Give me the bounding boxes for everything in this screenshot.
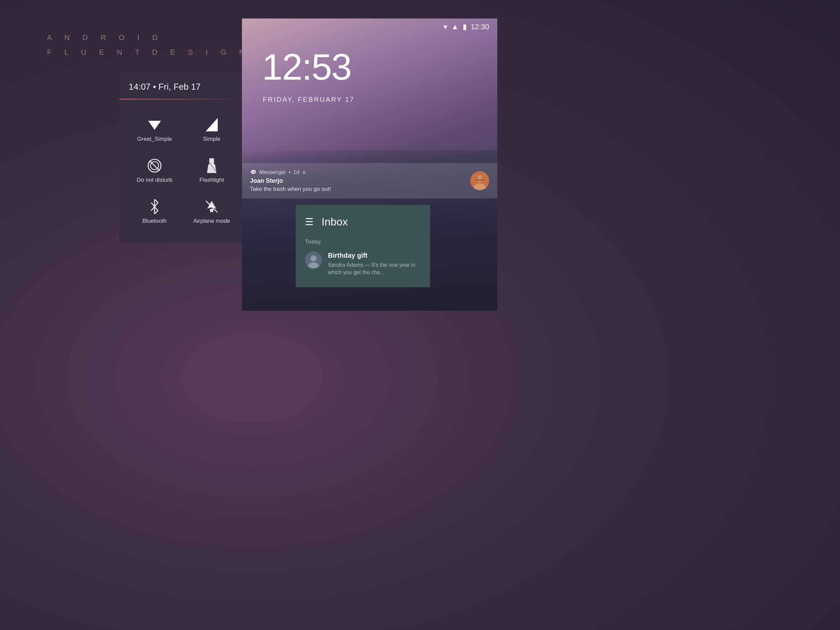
- tile-signal-label: Simple: [203, 136, 220, 142]
- tile-bluetooth-label: Bluetooth: [142, 218, 167, 224]
- tile-wifi-label: Great_Simple: [137, 136, 172, 142]
- inbox-header: ☰ Inbox: [305, 216, 421, 228]
- svg-point-16: [311, 255, 316, 261]
- brand-label: A N D R O I D F L U E N T D E S I G N: [47, 30, 250, 60]
- signal-icon: [205, 118, 219, 132]
- brand-line2: F L U E N T D E S I G N: [47, 45, 250, 60]
- tile-dnd[interactable]: Do not disturb: [126, 150, 183, 191]
- brand-line1: A N D R O I D: [47, 30, 250, 45]
- flashlight-icon: [205, 159, 219, 173]
- dnd-icon: [147, 159, 162, 173]
- notification-panel: 14:07 • Fri, Feb 17 Great_Simple Simple: [119, 72, 247, 243]
- lock-date: FRIDAY, FEBRUARY 17: [263, 96, 354, 104]
- airplane-icon: [205, 200, 219, 214]
- svg-marker-0: [148, 121, 161, 130]
- battery-icon: ▮: [463, 22, 467, 31]
- messenger-notification[interactable]: 💬 Messenger • 1d ∨ Joan Sterjo Take the …: [242, 163, 497, 199]
- messenger-app-name: Messenger: [259, 169, 286, 175]
- inbox-item-content: Birthday gift Sandra Adams — It's the on…: [328, 252, 421, 276]
- svg-marker-1: [205, 118, 218, 131]
- tile-airplane-label: Airplane mode: [193, 218, 230, 224]
- lock-time: 12:53: [262, 45, 351, 88]
- messenger-separator: •: [289, 169, 291, 175]
- lock-status-bar: ▾ ▲ ▮ 12:30: [242, 19, 497, 35]
- inbox-avatar: [305, 252, 322, 268]
- messenger-message: Take the trash when you go out!: [250, 186, 465, 193]
- signal-status-icon: ▲: [451, 22, 459, 31]
- quick-tiles: Great_Simple Simple Do not disturb: [119, 99, 247, 243]
- notif-datetime: 14:07 • Fri, Feb 17: [119, 72, 247, 92]
- messenger-age: 1d: [293, 169, 299, 175]
- tile-wifi[interactable]: Great_Simple: [126, 109, 183, 150]
- tile-flashlight[interactable]: Flashlight: [183, 150, 240, 191]
- inbox-title: Inbox: [322, 216, 348, 228]
- tile-airplane[interactable]: Airplane mode: [183, 191, 240, 232]
- svg-line-3: [150, 161, 159, 171]
- tile-dnd-label: Do not disturb: [137, 177, 172, 183]
- inbox-panel: ☰ Inbox Today Birthday gift Sandra Adams…: [296, 205, 430, 287]
- messenger-app-row: 💬 Messenger • 1d ∨: [250, 169, 465, 175]
- messenger-sender: Joan Sterjo: [250, 177, 465, 185]
- messenger-app-icon: 💬: [250, 169, 257, 175]
- tile-signal[interactable]: Simple: [183, 109, 240, 150]
- bluetooth-icon: [147, 200, 162, 214]
- inbox-section-today: Today: [305, 239, 421, 245]
- expand-icon: ∨: [302, 169, 306, 175]
- tile-flashlight-label: Flashlight: [200, 177, 224, 183]
- status-bar-time: 12:30: [471, 22, 489, 31]
- messenger-avatar: [471, 171, 489, 190]
- inbox-item[interactable]: Birthday gift Sandra Adams — It's the on…: [305, 252, 421, 276]
- inbox-item-preview: Sandra Adams — It's the one year in whic…: [328, 261, 421, 276]
- svg-point-10: [477, 175, 483, 182]
- tile-bluetooth[interactable]: Bluetooth: [126, 191, 183, 232]
- messenger-info: 💬 Messenger • 1d ∨ Joan Sterjo Take the …: [250, 169, 465, 193]
- wifi-icon: [147, 118, 162, 132]
- menu-icon[interactable]: ☰: [305, 216, 314, 227]
- inbox-avatar-inner: [305, 252, 322, 268]
- inbox-item-subject: Birthday gift: [328, 252, 421, 259]
- wifi-status-icon: ▾: [444, 22, 447, 31]
